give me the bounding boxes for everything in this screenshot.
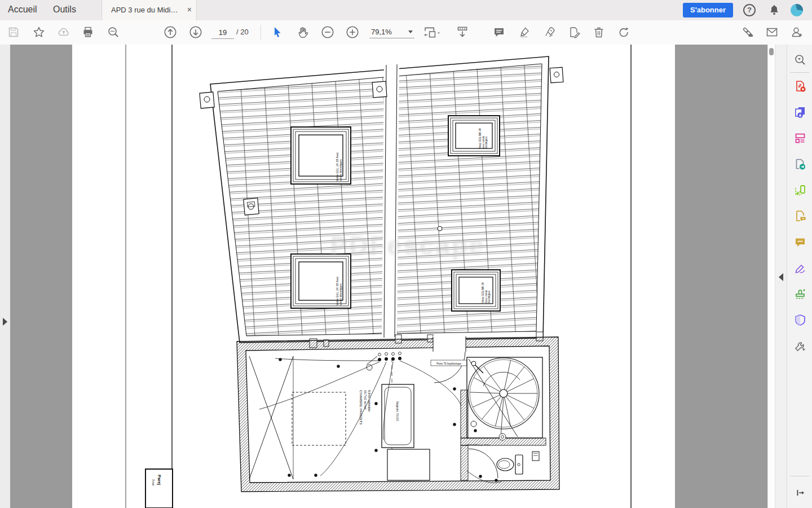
fill-sign-icon	[793, 261, 807, 275]
save-icon	[7, 25, 20, 39]
delete-button[interactable]	[591, 24, 607, 40]
share-link-button[interactable]	[740, 24, 756, 40]
sidebar-export-pdf[interactable]	[787, 101, 812, 124]
skylight-label: volets électriques	[339, 283, 342, 305]
right-panel-strip	[775, 45, 787, 508]
skylight-label: Avec volets	[485, 290, 488, 303]
page-scrolling-button[interactable]	[454, 24, 470, 40]
zoom-out-button[interactable]	[320, 24, 336, 40]
star-button[interactable]	[31, 24, 47, 40]
sidebar-search-tools[interactable]	[787, 49, 812, 71]
share-cloud-button[interactable]	[56, 24, 72, 40]
bathtub-label: Baignoire 70x160	[396, 401, 399, 422]
toilet-bowl	[497, 458, 514, 471]
sidebar-more-tools[interactable]	[787, 335, 812, 357]
skylight-velux-mk04-top: Velux GGL MK 04 Avec volets électriques	[448, 116, 500, 156]
skylight-label: Velux GGL MK 04	[482, 282, 484, 303]
sidebar-stamp[interactable]	[787, 283, 812, 305]
room-name: CHAMBRE PARENTS	[359, 390, 363, 424]
menu-accueil[interactable]: Accueil	[8, 5, 37, 15]
sidebar-protect[interactable]	[787, 309, 812, 331]
open-pane-icon	[794, 487, 806, 499]
previous-page-button[interactable]	[162, 24, 178, 40]
watermark: PDFescape	[330, 231, 485, 260]
sidebar-request-signatures[interactable]	[787, 205, 812, 227]
page-number-input[interactable]	[211, 26, 234, 39]
sign-button[interactable]	[542, 24, 558, 40]
rotate-button[interactable]	[616, 24, 632, 40]
room-area-floor: 10,7m2 au sol	[364, 390, 367, 409]
chevron-down-icon	[408, 30, 413, 33]
document-tab[interactable]: APD 3 rue du Midi… ×	[102, 0, 197, 20]
email-button[interactable]	[764, 24, 780, 40]
open-tools-pane[interactable]	[787, 481, 812, 504]
roof-anchor-plate	[200, 92, 214, 108]
wall-niche	[532, 452, 539, 461]
advanced-search-button[interactable]	[105, 24, 121, 40]
menu-outils[interactable]: Outils	[53, 5, 76, 15]
sidebar-comment[interactable]	[787, 231, 812, 253]
cloud-upload-icon	[57, 25, 70, 39]
zoom-level-control[interactable]: 79,1%	[369, 25, 414, 38]
save-button[interactable]	[6, 24, 21, 40]
comment-bubble-icon	[492, 25, 506, 39]
avatar[interactable]	[791, 4, 803, 16]
sidebar-send-file[interactable]	[787, 153, 812, 176]
link-icon	[741, 25, 754, 39]
collapse-right-panel-icon[interactable]	[779, 273, 783, 281]
fill-sign-button[interactable]	[566, 24, 582, 40]
zoom-in-button[interactable]	[345, 24, 360, 40]
continuous-scroll-icon	[455, 25, 470, 40]
bathroom: Porte 70 Isophonique	[466, 444, 539, 478]
door-opening	[433, 336, 466, 352]
document-canvas[interactable]: Velux GGL UK 08 Avec volets électriques …	[10, 45, 767, 508]
document-tab-title: APD 3 rue du Midi…	[111, 6, 178, 14]
door-swing-arc	[469, 449, 498, 478]
next-page-button[interactable]	[188, 24, 204, 40]
room-area-livable: 8,8m2 habitable	[368, 390, 371, 411]
tab-close-icon[interactable]: ×	[187, 5, 192, 14]
select-tool-button[interactable]	[270, 24, 285, 40]
help-icon[interactable]: ?	[743, 4, 756, 16]
sidebar-create-pdf[interactable]	[787, 75, 812, 98]
toolbar-separator	[261, 25, 261, 40]
skylight-label: volets électriques	[339, 159, 342, 181]
comment-icon	[793, 235, 807, 249]
arrow-down-circle-icon	[188, 25, 203, 40]
sidebar-compress-pdf[interactable]	[787, 179, 812, 202]
subscribe-button[interactable]: S'abonner	[683, 3, 733, 17]
fit-width-button[interactable]	[422, 24, 442, 40]
comment-button[interactable]	[491, 24, 507, 40]
plus-circle-icon	[345, 25, 360, 40]
trash-icon	[592, 25, 606, 39]
dashed-furniture	[292, 392, 346, 445]
fit-width-icon	[422, 25, 442, 40]
notifications-bell-icon[interactable]	[767, 3, 781, 17]
expand-left-panel-icon[interactable]	[3, 318, 7, 326]
skylight-label: Avec volets	[482, 135, 485, 149]
floor-plan: Porte 70 Isophonique Baignoire 70x160	[237, 336, 559, 492]
skylight-label: électriques	[488, 290, 491, 303]
wardrobe-cross	[249, 356, 293, 479]
sidebar-organize-pages[interactable]	[787, 127, 812, 150]
printer-icon	[81, 25, 95, 39]
zoom-level-value: 79,1%	[371, 28, 392, 36]
roof-anchor-plate	[372, 81, 387, 98]
page-total-label: / 20	[236, 28, 249, 36]
page-pencil-icon	[567, 25, 581, 39]
add-user-button[interactable]	[789, 24, 805, 40]
toolbar: / 20 79,1%	[0, 20, 812, 45]
hand-tool-button[interactable]	[295, 24, 311, 40]
toilet-tank	[515, 455, 523, 474]
title-block-address: 3 rue	[152, 479, 155, 486]
scrollbar-thumb[interactable]	[769, 48, 774, 55]
vertical-scrollbar[interactable]	[767, 45, 775, 508]
export-pdf-icon	[793, 106, 807, 119]
sidebar-fill-sign[interactable]	[787, 257, 812, 279]
title-block: Parej 3 rue	[145, 469, 173, 508]
roof-anchor-plate	[244, 198, 259, 215]
organize-pages-icon	[793, 132, 807, 145]
title-block-name: Parej	[157, 475, 162, 485]
print-button[interactable]	[80, 24, 96, 40]
highlight-button[interactable]	[517, 24, 532, 40]
